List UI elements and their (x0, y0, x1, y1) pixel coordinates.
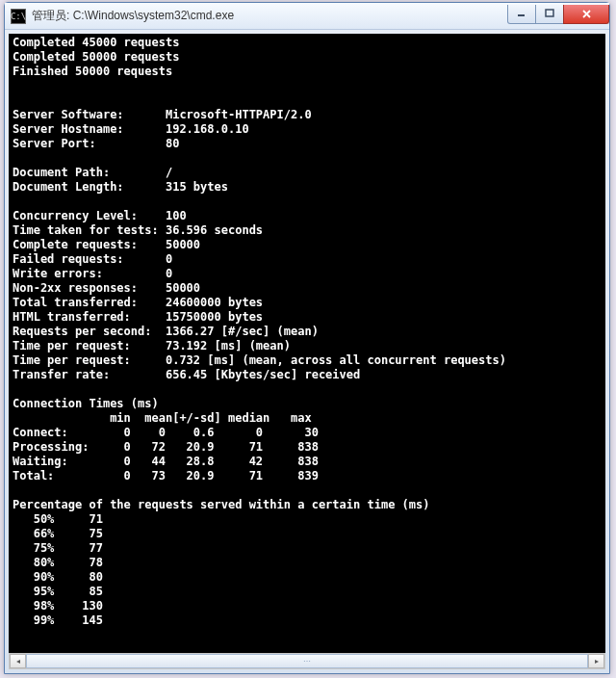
minimize-icon (517, 9, 526, 18)
scroll-left-button[interactable]: ◂ (10, 654, 26, 668)
maximize-icon (545, 9, 554, 18)
svg-rect-1 (546, 10, 553, 16)
scroll-track[interactable]: ⋯ (26, 654, 588, 668)
console-output: Completed 45000 requests Completed 50000… (9, 34, 605, 630)
maximize-button[interactable] (535, 5, 564, 24)
scroll-thumb[interactable]: ⋯ (26, 654, 588, 668)
minimize-button[interactable] (507, 5, 536, 24)
close-button[interactable] (563, 5, 609, 24)
close-icon (581, 9, 592, 19)
window-title: 管理员: C:\Windows\system32\cmd.exe (32, 8, 508, 24)
console-area[interactable]: Completed 45000 requests Completed 50000… (9, 34, 605, 669)
scroll-right-button[interactable]: ▸ (588, 654, 604, 668)
window-controls (508, 5, 609, 24)
cmd-window: C:\ 管理员: C:\Windows\system32\cmd.exe Com… (4, 2, 610, 674)
horizontal-scrollbar[interactable]: ◂ ⋯ ▸ (9, 653, 605, 669)
cmd-icon: C:\ (11, 9, 26, 24)
titlebar[interactable]: C:\ 管理员: C:\Windows\system32\cmd.exe (5, 3, 609, 30)
